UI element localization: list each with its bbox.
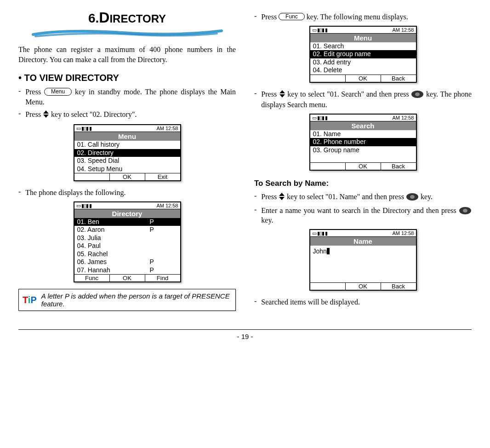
list-item: 02. Phone number: [310, 138, 416, 146]
softkey-right: Back: [381, 163, 416, 170]
softkey-left: [310, 75, 345, 82]
svg-marker-7: [279, 197, 285, 200]
softkey-center: OK: [345, 283, 381, 290]
softkey-right: Exit: [145, 173, 180, 180]
list-item: 01. Search: [310, 42, 416, 51]
list-item: 06. JamesP: [74, 258, 180, 266]
list-item: 03. Add entry: [310, 58, 416, 67]
list-item: 01. Name: [310, 130, 416, 138]
svg-marker-3: [279, 94, 285, 98]
main-menu-screen: ▭ ▮▯▮ ▮AM 12:58 Menu 01. Call history 02…: [74, 124, 181, 181]
ok-key-icon: [406, 193, 419, 201]
list-item: 03. Group name: [310, 146, 416, 155]
softkey-right: Find: [145, 275, 180, 281]
decorative-brush: [31, 28, 224, 38]
func-key: Func: [279, 13, 305, 20]
intro-text: The phone can register a maximum of 400 …: [18, 45, 236, 64]
tip-box: TiP A letter P is added when the person …: [18, 289, 236, 311]
list-item: 04. Setup Menu: [74, 165, 180, 173]
ok-key-icon: [459, 207, 472, 215]
section-search-by-name: To Search by Name:: [254, 179, 472, 188]
page-number: - 19 -: [18, 329, 472, 340]
list-item: 03. Julia: [74, 234, 180, 242]
softkey-center: OK: [345, 163, 381, 170]
chapter-heading: 6.DIRECTORY: [18, 9, 236, 26]
name-input-screen: ▭ ▮▯▮ ▮AM 12:58 Name John OK Back: [309, 229, 417, 291]
name-input: John: [310, 246, 416, 282]
softkey-right: Back: [381, 283, 416, 290]
func-menu-screen: ▭ ▮▯▮ ▮AM 12:58 Menu 01. Search 02. Edit…: [309, 26, 417, 83]
list-item: 03. Speed Dial: [74, 157, 180, 165]
svg-marker-0: [43, 110, 49, 114]
svg-point-5: [415, 92, 420, 96]
text-cursor: [327, 248, 330, 254]
svg-marker-2: [279, 90, 285, 93]
softkey-right: Back: [381, 75, 416, 82]
menu-key: Menu: [44, 88, 72, 95]
softkey-center: OK: [345, 75, 381, 82]
list-item: 04. Delete: [310, 66, 416, 75]
directory-screen: ▭ ▮▯▮ ▮AM 12:58 Directory 01. BenP 02. A…: [74, 201, 181, 283]
list-item: 02. Edit group name: [310, 50, 416, 58]
ok-key-icon: [411, 90, 424, 98]
softkey-left: Func: [74, 275, 109, 281]
list-item: 02. AaronP: [74, 226, 180, 234]
list-item: 07. HannahP: [74, 266, 180, 275]
softkey-left: [310, 283, 345, 290]
softkey-left: [310, 163, 345, 170]
svg-point-11: [463, 209, 467, 213]
svg-marker-6: [279, 193, 285, 196]
updown-icon: [279, 193, 285, 203]
list-item: 01. Call history: [74, 141, 180, 149]
svg-point-9: [410, 195, 415, 199]
updown-icon: [279, 90, 285, 100]
softkey-left: [74, 173, 109, 180]
section-view-directory: • TO VIEW DIRECTORY: [18, 73, 236, 83]
list-item: 04. Paul: [74, 242, 180, 250]
tip-icon: TiP: [23, 295, 37, 305]
list-item: 01. BenP: [74, 218, 180, 226]
list-item: 05. Rachel: [74, 250, 180, 258]
search-menu-screen: ▭ ▮▯▮ ▮AM 12:58 Search 01. Name 02. Phon…: [309, 114, 417, 171]
list-item: 02. Directory: [74, 149, 180, 157]
updown-icon: [43, 110, 49, 121]
softkey-center: OK: [109, 173, 145, 180]
softkey-center: OK: [109, 275, 145, 281]
svg-marker-1: [43, 115, 49, 118]
